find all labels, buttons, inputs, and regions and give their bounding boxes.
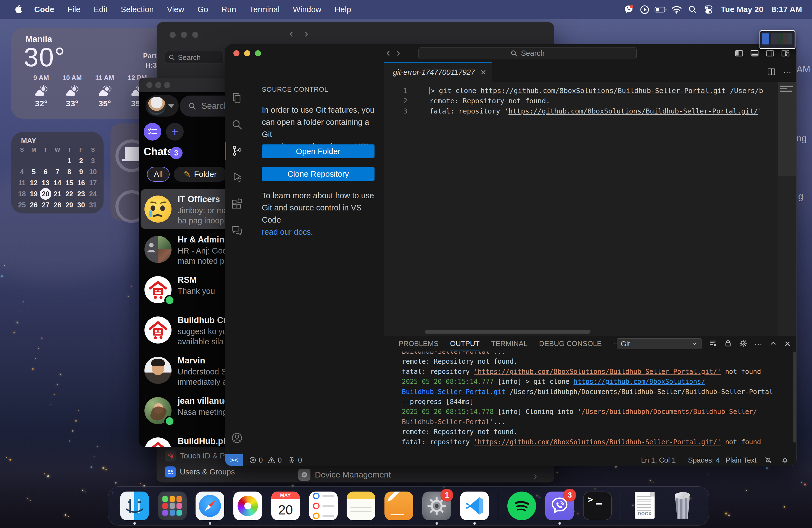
tab-git-error[interactable]: git-error-1747700117927 ✕ [383, 62, 492, 82]
dock-item-system-settings[interactable]: 1 [422, 492, 451, 520]
close-button[interactable] [170, 32, 176, 38]
read-our-docs-link[interactable]: read our docs [262, 228, 311, 236]
menu-terminal[interactable]: Terminal [243, 5, 286, 14]
remote-indicator[interactable]: >< [225, 454, 243, 466]
dock-item-safari[interactable] [195, 492, 224, 520]
zoom-button[interactable] [192, 32, 198, 38]
close-button[interactable] [233, 50, 240, 56]
minimize-button[interactable] [181, 32, 187, 38]
new-chat-button[interactable]: + [166, 123, 184, 141]
clear-output-icon[interactable] [709, 339, 717, 349]
sidebar-item-touch-id[interactable]: Touch ID & P [165, 450, 225, 461]
filter-folder-pill[interactable]: ✎ Folder [174, 167, 227, 182]
menu-view[interactable]: View [160, 5, 191, 14]
feedback-bell-slash-icon[interactable] [764, 454, 772, 466]
dock-item-reminders[interactable] [309, 492, 338, 520]
output-log[interactable]: Buildhub-Seller-Portal'...remote: Reposi… [402, 352, 791, 450]
forward-arrow-icon[interactable]: › [304, 27, 308, 40]
filter-all-pill[interactable]: All [147, 167, 170, 182]
control-center-icon[interactable] [702, 4, 715, 16]
command-center-search[interactable]: Search [418, 47, 637, 59]
split-editor-icon[interactable] [767, 68, 776, 77]
forward-button[interactable]: › [396, 47, 400, 59]
panel-more-icon[interactable]: ··· [755, 339, 762, 348]
battery-icon[interactable] [655, 4, 667, 16]
menubar-date[interactable]: Tue May 20 [719, 5, 766, 14]
tab-close-icon[interactable]: ✕ [480, 68, 487, 77]
dock-item-calendar[interactable]: MAY20 [271, 492, 300, 520]
viber-menu-icon[interactable] [623, 4, 635, 16]
back-button[interactable]: ‹ [387, 47, 390, 59]
search-icon[interactable] [225, 116, 249, 133]
close-panel-icon[interactable]: ✕ [784, 339, 791, 349]
sidebar-item-users-groups[interactable]: Users & Groups [165, 466, 235, 478]
source-control-icon[interactable] [225, 142, 249, 160]
dock-item-launchpad[interactable] [158, 492, 187, 520]
toggle-secondary-sidebar-icon[interactable] [765, 48, 775, 59]
dock-item-vscode[interactable] [460, 492, 489, 520]
apple-menu-icon[interactable] [13, 4, 25, 16]
wifi-icon[interactable] [671, 4, 683, 16]
zoom-button[interactable] [164, 82, 170, 88]
device-management-row[interactable]: Device Management [298, 469, 391, 481]
menu-edit[interactable]: Edit [87, 5, 114, 14]
lock-scroll-icon[interactable] [724, 339, 732, 349]
indentation-status[interactable]: Spaces: 4 [688, 454, 720, 466]
menu-file[interactable]: File [61, 5, 87, 14]
notifications-bell-icon[interactable] [781, 454, 789, 466]
calendar-widget[interactable]: MAY SMTWTFS 1234567891011121314151617181… [11, 132, 104, 214]
close-button[interactable] [146, 82, 153, 88]
menu-help[interactable]: Help [328, 5, 358, 14]
select-chats-button[interactable] [144, 123, 161, 141]
zoom-button[interactable] [255, 50, 261, 56]
tab-output[interactable]: OUTPUT [450, 339, 480, 350]
dock-item-docx-file[interactable]: DOCX [630, 492, 659, 520]
problems-status[interactable]: 0 0 [249, 454, 282, 466]
minimap[interactable] [778, 82, 796, 336]
toggle-primary-sidebar-icon[interactable] [735, 48, 744, 59]
minimize-button[interactable] [244, 50, 250, 56]
run-debug-icon[interactable] [225, 168, 249, 186]
accounts-icon[interactable] [225, 429, 249, 447]
dock-item-viber[interactable]: 3 [545, 492, 574, 520]
explorer-icon[interactable] [225, 89, 249, 107]
dock-item-terminal[interactable] [583, 492, 612, 520]
menu-go[interactable]: Go [191, 5, 215, 14]
settings-search-field[interactable]: Search [165, 51, 223, 64]
comments-icon[interactable] [225, 221, 249, 239]
menu-run[interactable]: Run [215, 5, 243, 14]
language-mode[interactable]: Plain Text [726, 454, 756, 466]
maximize-panel-icon[interactable] [769, 339, 777, 348]
code-editor[interactable]: 123 > git clone https://github.com/8boxS… [383, 82, 796, 336]
dock-item-trash[interactable] [668, 492, 697, 520]
dock-item-photos[interactable] [233, 492, 262, 520]
tab-problems[interactable]: PROBLEMS [398, 339, 439, 348]
clone-repository-button[interactable]: Clone Repository [262, 167, 375, 181]
open-folder-button[interactable]: Open Folder [262, 144, 375, 158]
output-channel-select[interactable]: Git [617, 338, 701, 349]
horizontal-scrollbar[interactable] [425, 330, 591, 334]
cursor-position[interactable]: Ln 1, Col 1 [641, 454, 676, 466]
dock-item-pages[interactable] [385, 492, 413, 520]
extensions-icon[interactable] [225, 195, 249, 212]
dock-item-spotify[interactable] [507, 492, 536, 520]
now-playing-icon[interactable] [639, 4, 651, 16]
menu-code[interactable]: Code [28, 5, 61, 14]
spotlight-search-icon[interactable] [686, 4, 699, 16]
ports-status[interactable]: 0 [288, 454, 302, 466]
tab-terminal[interactable]: TERMINAL [491, 339, 527, 348]
dock-item-notes[interactable] [347, 492, 375, 520]
panel-settings-gear-icon[interactable] [739, 339, 748, 349]
toggle-panel-icon[interactable] [750, 48, 759, 59]
dock-item-finder[interactable] [120, 492, 149, 520]
menu-window[interactable]: Window [286, 5, 328, 14]
minimize-button[interactable] [155, 82, 161, 88]
screenshot-thumbnail[interactable] [759, 30, 795, 49]
tab-debug-console[interactable]: DEBUG CONSOLE [539, 339, 602, 348]
customize-layout-icon[interactable] [781, 48, 790, 59]
menu-selection[interactable]: Selection [114, 5, 160, 14]
profile-menu[interactable] [146, 95, 179, 117]
back-arrow-icon[interactable]: ‹ [289, 27, 293, 40]
panel-scrollbar[interactable] [793, 352, 796, 443]
more-actions-icon[interactable]: ··· [783, 68, 791, 77]
